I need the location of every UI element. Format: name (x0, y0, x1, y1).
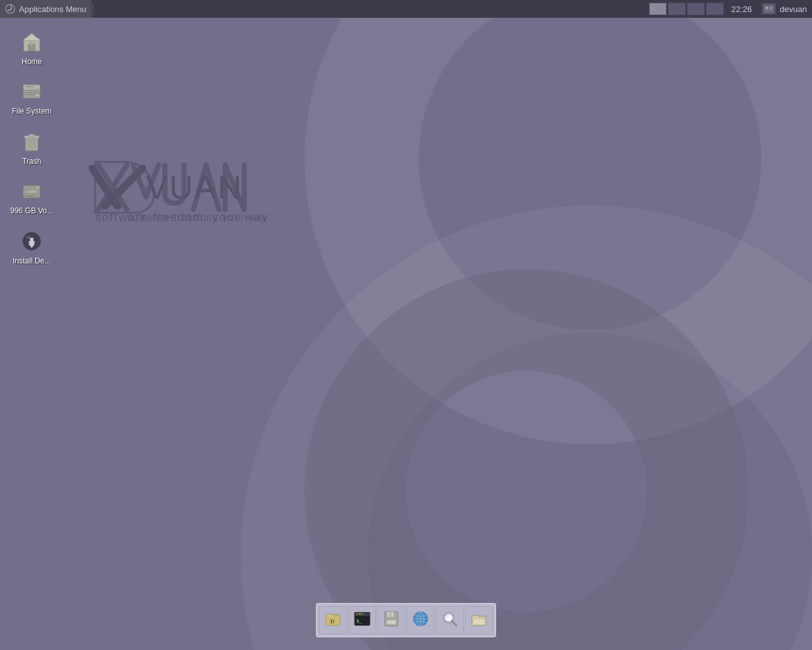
taskbar-filemanager[interactable]: D (319, 606, 347, 634)
desktop-icon-trash[interactable]: Trash (6, 125, 57, 169)
svg-point-29 (36, 187, 39, 189)
svg-rect-30 (25, 196, 34, 196)
taskbar-terminal[interactable]: $_ (348, 606, 376, 634)
search-taskbar-icon (441, 610, 459, 630)
desktop (0, 0, 812, 650)
svg-text:D: D (331, 618, 334, 625)
workspace-2[interactable] (668, 3, 686, 15)
volume-label: 996 GB Vo... (10, 206, 53, 215)
svg-point-16 (36, 94, 39, 97)
taskbar-show-desktop[interactable] (465, 606, 493, 634)
desktop-icon-volume[interactable]: 996 GB Vo... (6, 175, 57, 219)
svg-rect-18 (25, 95, 34, 95)
taskbar-browser[interactable] (407, 606, 435, 634)
svg-rect-2 (766, 7, 768, 9)
filesystem-label: File System (12, 107, 52, 116)
svg-rect-62 (473, 619, 485, 625)
filemanager-icon: D (324, 610, 342, 630)
volume-icon (19, 178, 44, 204)
applications-menu[interactable]: Applications Menu (0, 0, 91, 18)
svg-rect-52 (388, 621, 395, 624)
trash-icon (19, 129, 44, 154)
workspace-switcher (649, 3, 724, 15)
desktop-icon-install[interactable]: Install De... (6, 225, 57, 269)
install-icon (19, 229, 44, 254)
svg-point-11 (34, 44, 34, 44)
svg-point-44 (357, 613, 358, 615)
storage-icon (383, 610, 400, 630)
terminal-icon: $_ (353, 610, 371, 630)
taskbar-storage[interactable] (377, 606, 405, 634)
svg-rect-3 (769, 7, 772, 8)
applications-menu-icon (5, 4, 15, 14)
svg-rect-21 (29, 134, 35, 136)
svg-point-46 (362, 613, 364, 615)
install-label: Install De... (13, 256, 51, 265)
username-label: devuan (780, 4, 807, 14)
svg-rect-4 (769, 8, 772, 9)
trash-label: Trash (22, 157, 41, 166)
show-desktop-icon (470, 610, 488, 630)
user-area[interactable]: devuan (757, 3, 812, 15)
workspace-3[interactable] (687, 3, 705, 15)
user-avatar-icon (764, 5, 774, 13)
svg-rect-50 (390, 613, 392, 617)
workspace-1[interactable] (649, 3, 667, 15)
browser-icon (412, 610, 429, 630)
panel-separator (93, 3, 93, 15)
svg-point-0 (6, 4, 15, 13)
filesystem-icon (19, 79, 44, 104)
desktop-icon-filesystem[interactable]: File System (6, 75, 57, 119)
home-icon (19, 29, 44, 55)
svg-line-59 (452, 621, 457, 626)
svg-marker-7 (23, 34, 41, 41)
clock: 22:26 (726, 4, 757, 14)
desktop-icons: Home File System (6, 25, 57, 272)
svg-rect-17 (25, 86, 34, 87)
svg-rect-33 (30, 237, 33, 243)
taskbar: D $_ (316, 603, 496, 637)
applications-menu-label: Applications Menu (19, 4, 86, 14)
desktop-icon-home[interactable]: Home (6, 25, 57, 70)
home-label: Home (22, 57, 42, 66)
svg-point-28 (30, 191, 33, 192)
svg-rect-5 (766, 10, 772, 10)
taskbar-search[interactable] (436, 606, 464, 634)
svg-point-45 (359, 613, 361, 615)
svg-text:$_: $_ (356, 618, 362, 624)
workspace-4[interactable] (706, 3, 724, 15)
top-panel: Applications Menu 22:26 devuan (0, 0, 812, 18)
user-icon (762, 3, 776, 15)
svg-point-15 (36, 86, 39, 90)
svg-rect-1 (764, 6, 773, 12)
